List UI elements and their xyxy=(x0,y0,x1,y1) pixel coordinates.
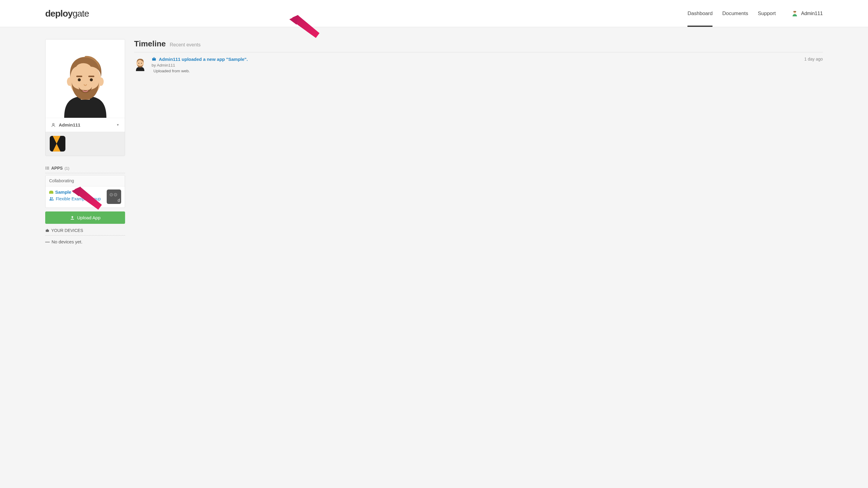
timeline-time: 1 day ago xyxy=(804,57,823,61)
apps-group-heading: Collaborating xyxy=(45,175,125,187)
nav-dashboard[interactable]: Dashboard xyxy=(687,0,712,27)
svg-point-10 xyxy=(53,123,54,125)
timeline-title: Timeline Recent events xyxy=(134,39,823,48)
svg-point-17 xyxy=(50,197,52,199)
devices-section-header: YOUR DEVICES xyxy=(45,228,125,235)
minus-icon: — xyxy=(45,239,50,244)
upload-button-label: Upload App xyxy=(77,215,101,220)
svg-point-22 xyxy=(138,63,139,64)
brand-part2: gate xyxy=(73,8,89,19)
app-group-label: Flexible Example Group xyxy=(56,196,101,201)
profile-name-dropdown[interactable]: Admin111 ▼ xyxy=(45,118,125,132)
svg-rect-20 xyxy=(46,230,49,232)
app-group-link[interactable]: Flexible Example Group xyxy=(49,196,104,201)
svg-rect-8 xyxy=(76,76,82,77)
svg-point-13 xyxy=(45,168,46,168)
briefcase-icon xyxy=(45,228,50,233)
nav-support[interactable]: Support xyxy=(758,0,776,27)
sidebar: Admin111 ▼ APPS (1) Collaborating Sample xyxy=(45,39,125,244)
nav-user-name: Admin111 xyxy=(801,11,823,16)
android-icon xyxy=(49,191,53,194)
svg-rect-19 xyxy=(70,219,74,220)
devices-empty-text: No devices yet. xyxy=(52,239,83,244)
app-thumb-badge: d xyxy=(118,198,120,203)
app-row: Sample #1 Flexible Example Group ⚙⚙ d xyxy=(45,187,125,207)
devices-empty-row: — No devices yet. xyxy=(45,239,125,244)
upload-app-button[interactable]: Upload App xyxy=(45,212,125,224)
apps-panel: Collaborating Sample #1 Flexible Example… xyxy=(45,175,125,208)
nav-documents-label: Documents xyxy=(722,10,748,17)
gear-icon: ⚙⚙ xyxy=(109,192,118,198)
profile-card: Admin111 ▼ xyxy=(45,39,125,156)
briefcase-icon xyxy=(152,57,156,61)
apps-count: (1) xyxy=(64,166,69,170)
svg-rect-14 xyxy=(47,168,49,168)
brand-logo[interactable]: deploygate xyxy=(45,8,89,19)
svg-point-5 xyxy=(98,77,104,86)
timeline-item: Admin111 uploaded a new app "Sample". 1 … xyxy=(134,52,823,77)
devices-section-label: YOUR DEVICES xyxy=(51,228,83,233)
profile-app-icon-row xyxy=(45,132,125,156)
app-thumbnail[interactable]: ⚙⚙ d xyxy=(107,190,121,204)
timeline-headline-link[interactable]: Admin111 uploaded a new app "Sample". xyxy=(159,57,248,62)
profile-name: Admin111 xyxy=(59,122,81,127)
svg-point-11 xyxy=(45,167,46,167)
svg-point-4 xyxy=(67,77,72,86)
timeline-byline: by Admin111 xyxy=(152,63,823,67)
profile-picture xyxy=(45,39,125,118)
content: Admin111 ▼ APPS (1) Collaborating Sample xyxy=(0,27,868,256)
upload-icon xyxy=(70,216,75,220)
apps-section-header: APPS (1) xyxy=(45,166,125,173)
timeline-subtitle: Recent events xyxy=(170,42,200,47)
header: deploygate Dashboard Documents Support A… xyxy=(0,0,868,27)
group-icon xyxy=(49,197,54,201)
svg-rect-9 xyxy=(88,76,94,77)
svg-point-6 xyxy=(78,78,81,82)
apps-section-label: APPS xyxy=(51,166,63,170)
app-name-link[interactable]: Sample xyxy=(55,190,71,195)
svg-point-18 xyxy=(52,197,53,198)
person-icon xyxy=(51,123,56,127)
list-icon xyxy=(45,166,50,170)
timeline-avatar xyxy=(134,57,146,72)
user-avatar-icon xyxy=(792,10,798,17)
svg-point-7 xyxy=(90,78,93,82)
main: Timeline Recent events Ad xyxy=(134,39,823,77)
svg-point-15 xyxy=(45,169,46,169)
nav-user-menu[interactable]: Admin111 xyxy=(792,10,823,17)
app-icon-sample[interactable] xyxy=(50,136,65,152)
svg-rect-24 xyxy=(152,58,156,61)
nav-support-label: Support xyxy=(758,10,776,17)
svg-rect-1 xyxy=(793,11,796,12)
timeline-description: Uploaded from web. xyxy=(153,69,823,73)
svg-rect-16 xyxy=(47,169,49,169)
brand-part1: deploy xyxy=(45,8,73,19)
top-nav: Dashboard Documents Support Admin111 xyxy=(687,0,823,27)
app-revision: #1 xyxy=(73,190,77,194)
nav-documents[interactable]: Documents xyxy=(722,0,748,27)
svg-point-23 xyxy=(141,63,142,64)
caret-down-icon: ▼ xyxy=(116,123,119,127)
nav-dashboard-label: Dashboard xyxy=(687,10,712,17)
